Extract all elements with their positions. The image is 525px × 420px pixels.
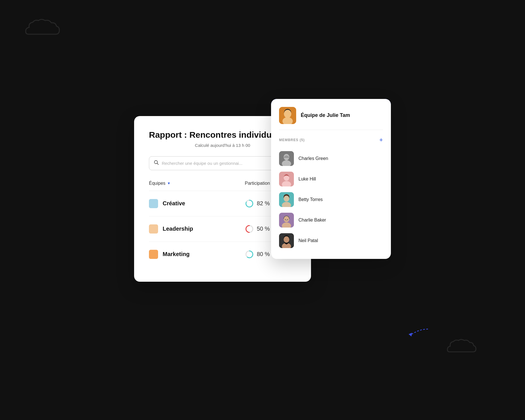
team-color-creative xyxy=(149,199,158,208)
participation-value-marketing: 80 % xyxy=(257,251,270,257)
team-color-marketing xyxy=(149,250,158,259)
cloud-decoration-bottom-right xyxy=(445,338,476,357)
avatar xyxy=(279,233,294,248)
dropdown-arrow-icon[interactable]: ▼ xyxy=(167,181,171,185)
list-item[interactable]: Charlie Baker xyxy=(279,210,383,230)
participation-value-leadership: 50 % xyxy=(257,226,270,232)
svg-line-2 xyxy=(157,163,159,165)
svg-point-26 xyxy=(287,219,288,220)
member-name: Charles Green xyxy=(298,156,328,161)
list-item[interactable]: Neil Patal xyxy=(279,230,383,251)
add-member-button[interactable]: + xyxy=(379,137,383,143)
team-card: Équipe de Julie Tam MEMBRES (5) + Charle… xyxy=(271,99,391,259)
search-icon xyxy=(154,160,159,167)
team-header: Équipe de Julie Tam xyxy=(279,107,383,130)
col-team-header: Équipes ▼ xyxy=(149,181,245,186)
team-name-marketing: Marketing xyxy=(163,251,245,257)
col-team-label: Équipes xyxy=(149,181,165,186)
svg-point-28 xyxy=(284,236,289,243)
member-name: Charlie Baker xyxy=(298,218,326,223)
avatar xyxy=(279,151,294,166)
list-item[interactable]: Luke Hill xyxy=(279,169,383,189)
member-name: Neil Patal xyxy=(298,238,318,243)
avatar xyxy=(279,213,294,228)
member-name: Betty Torres xyxy=(298,197,323,202)
search-placeholder-text: Rechercher une équipe ou un gestionnai..… xyxy=(162,161,243,166)
progress-circle-marketing xyxy=(245,250,254,259)
participation-value-creative: 82 % xyxy=(257,200,270,207)
team-manager-avatar xyxy=(279,107,296,124)
team-name-leadership: Leadership xyxy=(163,226,245,232)
members-header: MEMBRES (5) + xyxy=(279,137,383,143)
progress-circle-leadership xyxy=(245,224,254,234)
member-name: Luke Hill xyxy=(298,176,316,182)
team-name-creative: Créative xyxy=(163,200,245,207)
svg-marker-0 xyxy=(409,333,412,336)
progress-circle-creative xyxy=(245,199,254,208)
list-item[interactable]: Betty Torres xyxy=(279,189,383,210)
team-name-label: Équipe de Julie Tam xyxy=(301,112,350,118)
avatar xyxy=(279,192,294,207)
team-color-leadership xyxy=(149,224,158,234)
svg-point-25 xyxy=(285,219,286,220)
dashed-arrow xyxy=(405,320,431,339)
list-item[interactable]: Charles Green xyxy=(279,148,383,169)
col-participation-label: Participation xyxy=(245,181,270,186)
cloud-decoration-top-left xyxy=(23,17,60,41)
members-count-label: MEMBRES (5) xyxy=(279,138,305,142)
avatar xyxy=(279,172,294,186)
